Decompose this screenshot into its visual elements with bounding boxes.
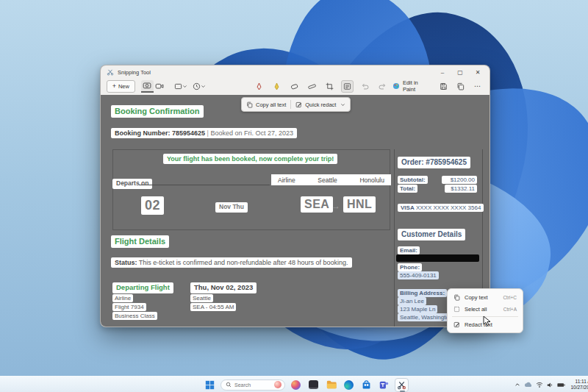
rectangle-icon: [174, 82, 182, 90]
taskbar: 11:11 AM 10/27/2023: [0, 376, 588, 392]
desktop: Snipping Tool – ▢ ✕ + New: [0, 0, 588, 392]
flight-details-title: Flight Details: [111, 235, 169, 248]
departing-cabin: Business Class: [112, 312, 157, 320]
snip-shape-dropdown[interactable]: [174, 80, 187, 93]
new-label: New: [118, 83, 129, 90]
paint-palette-icon: [392, 82, 400, 90]
taskbar-icon-notebook[interactable]: [306, 378, 320, 392]
redact-icon: [295, 101, 302, 108]
menu-item-copy-text[interactable]: Copy text Ctrl+C: [448, 291, 523, 303]
save-icon: [440, 82, 448, 90]
captured-screenshot[interactable]: Copy all text Quick redact Booking Confi…: [101, 95, 490, 327]
day-label: Nov Thu: [215, 202, 248, 213]
text-actions-icon: [343, 82, 351, 90]
departing-time: SEA - 04:55 AM: [190, 303, 236, 311]
total-value: $1332.11: [445, 185, 477, 193]
taskbar-icon-edge[interactable]: [342, 378, 356, 392]
highlighter-button[interactable]: [270, 80, 283, 93]
booked-banner: Your flight has been booked, now complet…: [163, 154, 337, 164]
record-mode-button[interactable]: [154, 80, 166, 93]
redacted-email-bar: [396, 254, 479, 262]
save-button[interactable]: [437, 80, 450, 93]
edge-icon: [344, 380, 354, 390]
redo-button[interactable]: [376, 80, 389, 93]
menu-item-select-all[interactable]: Select all Ctrl+A: [448, 303, 523, 315]
taskbar-clock[interactable]: 11:11 AM 10/27/2023: [558, 379, 588, 391]
booking-number: Booking Number: 785954625: [115, 129, 205, 137]
onedrive-cloud-icon[interactable]: [524, 382, 532, 388]
departing-flight-no: Flight 7934: [112, 303, 146, 311]
taskbar-icon-file-explorer[interactable]: [324, 378, 338, 392]
folder-icon: [326, 380, 337, 389]
start-button[interactable]: [203, 378, 217, 392]
departing-city: Seattle: [190, 294, 213, 302]
billing-city: Seattle, Washington: [398, 313, 454, 321]
booking-number-line: Booking Number: 785954625 | Booked on Fr…: [111, 128, 297, 138]
ballpoint-pen-button[interactable]: [253, 80, 265, 93]
col-airline: Airline: [278, 177, 295, 184]
copy-all-text-button[interactable]: Copy all text: [246, 98, 286, 111]
email-label: Email:: [398, 246, 420, 254]
close-button[interactable]: ✕: [469, 68, 487, 77]
volume-icon[interactable]: [547, 382, 553, 388]
card-digits: XXXX XXXX XXXX 3564: [415, 204, 481, 211]
new-snip-button[interactable]: + New: [107, 80, 135, 93]
arrow-icon: →: [331, 201, 340, 211]
edit-in-paint-button[interactable]: Edit in Paint: [389, 80, 433, 93]
status-label: Status:: [115, 259, 137, 266]
flight-summary-box: Your flight has been booked, now complet…: [112, 149, 390, 230]
table-divider: [394, 149, 395, 327]
window-title: Snipping Tool: [118, 69, 151, 76]
dest-code: HNL: [343, 196, 376, 213]
highlighter-icon: [273, 82, 281, 90]
billing-street: 123 Maple Ln: [398, 305, 437, 313]
ruler-icon: [308, 82, 316, 90]
eraser-button[interactable]: [288, 80, 301, 93]
quick-redact-button[interactable]: Quick redact: [295, 98, 336, 111]
clock-time: 11:11 AM: [558, 379, 588, 385]
phone-label: Phone:: [398, 263, 422, 271]
titlebar[interactable]: Snipping Tool – ▢ ✕: [101, 65, 490, 77]
clock-date: 10/27/2023: [558, 385, 588, 391]
day-number: 02: [141, 196, 164, 215]
taskbar-icon-store[interactable]: [359, 378, 373, 392]
separator: |: [207, 129, 209, 137]
screenshot-mode-button[interactable]: [141, 80, 154, 93]
status-text: This e-ticket is confirmed and non-refun…: [137, 259, 348, 266]
chevron-down-icon[interactable]: [340, 102, 345, 107]
taskbar-icon-snipping-tool[interactable]: [395, 378, 409, 392]
card-number: VISA XXXX XXXX XXXX 3564: [398, 204, 484, 212]
text-actions-button[interactable]: [341, 80, 354, 93]
taskbar-icon-copilot[interactable]: [289, 378, 303, 392]
menu-shortcut: Ctrl+A: [503, 307, 517, 312]
wifi-icon[interactable]: [536, 382, 543, 388]
eraser-icon: [290, 82, 298, 90]
chevron-down-icon: [201, 84, 206, 89]
undo-button[interactable]: [359, 80, 371, 93]
copilot-icon: [291, 380, 301, 390]
billing-name: Ji-an Lee: [398, 297, 426, 305]
store-icon: [362, 380, 371, 390]
copy-button[interactable]: [454, 80, 467, 93]
maximize-button[interactable]: ▢: [451, 68, 469, 77]
search-input[interactable]: [234, 382, 271, 388]
more-options-button[interactable]: ⋯: [471, 80, 484, 93]
taskbar-icon-teams[interactable]: [377, 378, 391, 392]
notebook-icon: [309, 380, 318, 389]
card-brand: VISA: [401, 204, 415, 211]
minimize-button[interactable]: –: [434, 68, 451, 77]
crop-button[interactable]: [323, 80, 336, 93]
origin-code: SEA: [301, 196, 333, 213]
column-headers: Airline Seattle Honolulu: [271, 174, 391, 185]
departing-date: Thu, Nov 02, 2023: [190, 282, 257, 293]
delay-dropdown[interactable]: [193, 80, 205, 93]
copy-icon: [246, 101, 253, 108]
departing-airline: Airline: [112, 294, 133, 302]
mouse-cursor: [483, 316, 491, 329]
tray-chevron-up-icon[interactable]: [514, 382, 520, 388]
divider: [290, 100, 291, 109]
col-destination: Honolulu: [359, 177, 384, 184]
taskbar-search[interactable]: [220, 379, 285, 391]
crop-icon: [326, 82, 334, 90]
ruler-button[interactable]: [306, 80, 318, 93]
